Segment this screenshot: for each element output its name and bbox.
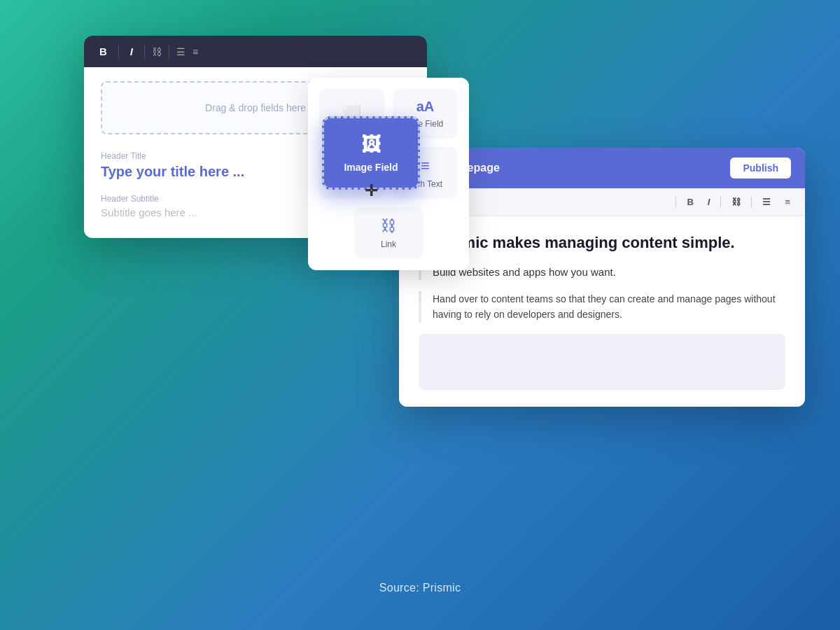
editor-bold-button[interactable]: B [683, 195, 696, 209]
image-field-label: Image Field [344, 162, 398, 173]
link-icon: ⛓ [152, 46, 162, 57]
content-block-subtext: Build websites and apps how you want. [419, 265, 785, 281]
content-para[interactable]: Hand over to content teams so that they … [433, 291, 785, 323]
content-heading[interactable]: Prismic makes managing content simple. [433, 233, 785, 253]
editor-ul-icon: ☰ [759, 195, 774, 209]
italic-button[interactable]: I [126, 44, 137, 59]
bold-button[interactable]: B [95, 44, 111, 59]
editor-page-title: Homepage [442, 162, 722, 174]
editor-italic-button[interactable]: I [704, 195, 714, 209]
main-container: B I ⛓ ☰ ≡ Drag & drop fields here Header… [84, 36, 756, 568]
editor-tb-divider-1 [676, 197, 676, 208]
toolbar-divider-1 [118, 45, 119, 59]
editor-tb-divider-3 [751, 197, 752, 208]
editor-ol-icon: ≡ [781, 195, 794, 209]
source-caption: Source: Prismic [379, 582, 461, 594]
drag-cursor-icon: ✛ [365, 182, 377, 200]
image-field-drag[interactable]: 🖼 Image Field ✛ [322, 116, 420, 190]
toolbar-divider-2 [144, 45, 145, 59]
ol-icon: ≡ [192, 46, 198, 57]
field-item-link[interactable]: ⛓ Link [354, 207, 424, 259]
content-image-placeholder [419, 334, 785, 390]
rich-text-icon: ≡ [421, 157, 430, 175]
content-subtext[interactable]: Build websites and apps how you want. [433, 265, 785, 281]
link-field-label: Link [381, 239, 396, 249]
content-block-heading: Prismic makes managing content simple. [419, 233, 785, 253]
drop-zone-text: Drag & drop fields here [205, 102, 306, 113]
link-field-icon: ⛓ [381, 217, 396, 235]
toolbar-divider-3 [169, 45, 169, 59]
builder-toolbar: B I ⛓ ☰ ≡ [84, 36, 427, 67]
publish-button[interactable]: Publish [730, 158, 791, 178]
content-block-para: Hand over to content teams so that they … [419, 291, 785, 323]
title-field-icon: aA [416, 99, 435, 115]
ul-icon: ☰ [176, 46, 186, 57]
editor-tb-divider-2 [720, 197, 721, 208]
card-builder: B I ⛓ ☰ ≡ Drag & drop fields here Header… [84, 36, 427, 238]
editor-link-icon: ⛓ [728, 195, 744, 209]
image-drag-icon: 🖼 [361, 133, 381, 156]
